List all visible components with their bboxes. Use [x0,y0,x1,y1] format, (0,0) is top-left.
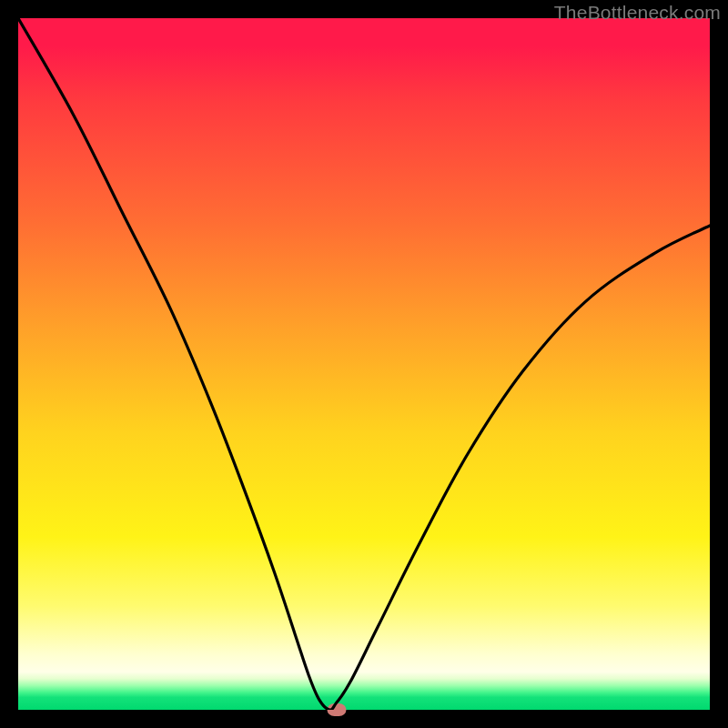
watermark-text: TheBottleneck.com [554,2,721,24]
bottleneck-curve [18,18,710,710]
plot-frame [18,18,710,710]
